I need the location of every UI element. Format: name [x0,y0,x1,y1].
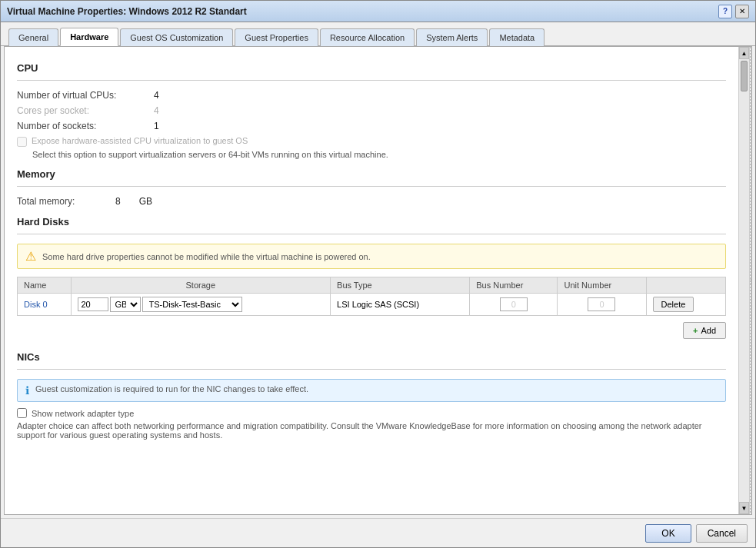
main-window: Virtual Machine Properties: Windows 2012… [0,0,756,548]
disk-delete-cell: Delete [646,294,725,316]
tab-general[interactable]: General [8,28,58,46]
table-row: Disk 0 GB MB TS-D [18,294,726,316]
disk-storage-cell: GB MB TS-Disk-Test-Basic [71,294,331,316]
help-button[interactable]: ? [718,5,732,18]
main-content: CPU Number of virtual CPUs: 4 Cores per … [4,46,752,515]
cpu-section: CPU Number of virtual CPUs: 4 Cores per … [17,62,726,159]
delete-button[interactable]: Delete [653,297,694,312]
disk-size-unit-select[interactable]: GB MB [110,297,141,312]
disk-name-link[interactable]: Disk 0 [24,300,48,309]
hard-disks-section: Hard Disks ⚠ Some hard drive properties … [17,216,726,345]
hard-disks-table: Name Storage Bus Type Bus Number Unit Nu… [17,277,726,316]
disk-bus-number [470,294,558,316]
col-unit-number: Unit Number [558,277,646,294]
cores-per-socket-value: 4 [154,105,159,116]
col-storage: Storage [71,277,331,294]
cpu-section-title: CPU [17,62,726,74]
col-bus-number: Bus Number [470,277,558,294]
num-sockets-row: Number of sockets: 1 [17,121,726,131]
col-name: Name [18,277,72,294]
virtual-cpus-row: Number of virtual CPUs: 4 [17,90,726,101]
nics-section-title: NICs [17,351,726,363]
virtual-cpus-value: 4 [154,90,159,101]
tab-guest-os-customization[interactable]: Guest OS Customization [120,28,233,46]
title-bar-controls: ? ✕ [718,5,749,18]
bus-number-input[interactable] [500,297,528,311]
num-sockets-value: 1 [154,121,159,131]
nics-info-row: ℹ Guest customization is required to run… [17,379,726,402]
virtual-cpus-label: Number of virtual CPUs: [17,90,148,101]
scroll-thumb[interactable] [741,61,748,91]
tab-hardware[interactable]: Hardware [60,28,118,46]
ok-button[interactable]: OK [645,524,691,543]
disk-storage-controls: GB MB TS-Disk-Test-Basic [78,297,325,312]
cores-per-socket-row: Cores per socket: 4 [17,105,726,116]
virtualization-checkbox[interactable] [17,137,27,147]
content-area: CPU Number of virtual CPUs: 4 Cores per … [5,47,738,514]
scroll-up-button[interactable]: ▲ [739,47,749,59]
total-memory-label: Total memory: [17,196,109,207]
add-disk-button[interactable]: +Add [683,322,726,339]
disk-unit-number [558,294,646,316]
show-adapter-row: Show network adapter type [17,408,726,418]
hard-disks-section-title: Hard Disks [17,216,726,228]
resize-handle[interactable]: ⋮ [749,47,751,514]
scroll-down-button[interactable]: ▼ [739,502,749,514]
nics-divider [17,369,726,370]
num-sockets-label: Number of sockets: [17,121,148,131]
cpu-divider [17,80,726,81]
virtualization-checkbox-row: Expose hardware-assisted CPU virtualizat… [17,136,726,147]
tab-resource-allocation[interactable]: Resource Allocation [320,28,415,46]
memory-section-title: Memory [17,168,726,180]
close-button[interactable]: ✕ [735,5,749,18]
table-header-row: Name Storage Bus Type Bus Number Unit Nu… [18,277,726,294]
total-memory-value: 8 [115,196,121,207]
disk-name: Disk 0 [18,294,72,316]
title-bar: Virtual Machine Properties: Windows 2012… [1,1,755,22]
disk-size-input[interactable] [78,297,108,311]
cores-per-socket-label: Cores per socket: [17,105,148,116]
unit-number-input[interactable] [588,297,615,311]
show-adapter-label: Show network adapter type [32,409,134,418]
hard-disks-divider [17,234,726,234]
add-button-row: +Add [17,322,726,345]
virtualization-label: Expose hardware-assisted CPU virtualizat… [32,136,248,145]
warning-icon: ⚠ [25,249,36,264]
add-icon: + [693,326,698,335]
bottom-bar: OK Cancel [1,518,755,547]
nics-section: NICs ℹ Guest customization is required t… [17,351,726,440]
tab-metadata[interactable]: Metadata [489,28,545,46]
col-actions [646,277,725,294]
memory-section: Memory Total memory: 8 GB [17,168,726,207]
tabs-bar: General Hardware Guest OS Customization … [1,22,755,46]
tab-system-alerts[interactable]: System Alerts [416,28,488,46]
show-adapter-checkbox[interactable] [17,408,27,418]
nics-info-text: Guest customization is required to run f… [35,384,308,394]
hard-disks-warning: ⚠ Some hard drive properties cannot be m… [17,244,726,269]
add-label: Add [701,326,716,335]
info-icon: ℹ [25,384,29,397]
adapter-desc: Adapter choice can affect both networkin… [17,421,726,440]
memory-divider [17,186,726,187]
col-bus-type: Bus Type [331,277,470,294]
disk-storage-name-select[interactable]: TS-Disk-Test-Basic [142,297,242,312]
disk-bus-type: LSI Logic SAS (SCSI) [331,294,470,316]
total-memory-unit: GB [139,196,152,207]
virtualization-desc: Select this option to support virtualiza… [32,150,726,159]
tab-guest-properties[interactable]: Guest Properties [235,28,318,46]
cancel-button[interactable]: Cancel [696,524,748,543]
total-memory-row: Total memory: 8 GB [17,196,726,207]
warning-text: Some hard drive properties cannot be mod… [42,252,371,261]
window-title: Virtual Machine Properties: Windows 2012… [7,6,247,17]
